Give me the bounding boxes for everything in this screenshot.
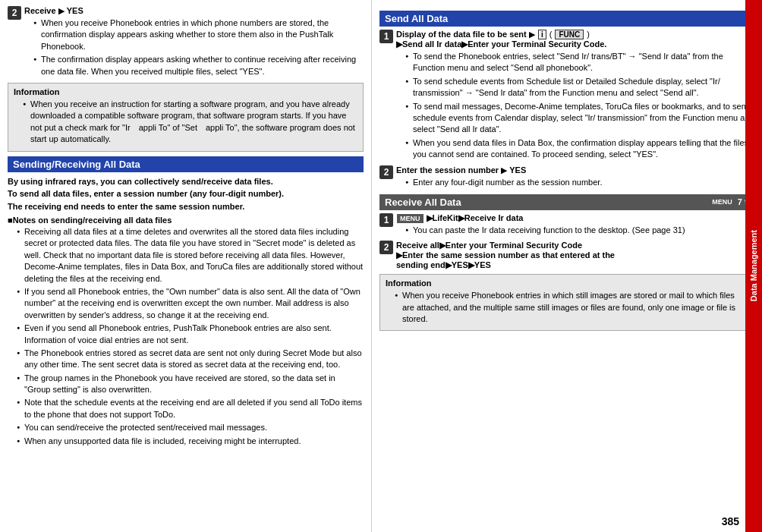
step1-recv-bullet-1: You can paste the Ir data receiving func… — [405, 225, 754, 236]
send-bullet-4: When you send data files in Data Box, th… — [405, 137, 754, 161]
note-bullet-4: The Phonebook entries stored as secret d… — [17, 348, 364, 371]
step1-send-title-row: Display of the data file to be sent ▶ i … — [396, 30, 754, 39]
sending-receiving-header: Sending/Receiving All Data — [8, 156, 364, 172]
intro-line3: The receiving end needs to enter the sam… — [8, 202, 244, 211]
intro-line2: To send all data files, enter a session … — [8, 189, 284, 198]
note-bullet-1: Receiving all data files at a time delet… — [17, 226, 364, 285]
step2-bullet-2: The confirmation display appears asking … — [33, 54, 364, 77]
step2-send-arrow: ▶ — [501, 165, 507, 175]
step2-recv-block: 2 Receive all▶Enter your Terminal Securi… — [379, 241, 754, 270]
step2-send-block: 2 Enter the session number ▶ YES Enter a… — [379, 165, 754, 190]
menu-badge-group: MENU 7 9 — [708, 197, 749, 206]
step1-send-title: Display of the data file to be sent — [396, 30, 527, 39]
step1-recv-block: 1 MENU ▶LifeKit▶Receive Ir data You can … — [379, 213, 754, 238]
i-key-icon: i — [538, 30, 546, 39]
send-bullet-2: To send schedule events from Schedule li… — [405, 76, 754, 99]
step2-receive-block: 2 Receive ▶ YES When you receive Phonebo… — [8, 6, 364, 79]
note-bullet-7: You can send/receive the protected sent/… — [17, 422, 364, 433]
recv-info-bullet-1: When you receive Phonebook entries in wh… — [395, 290, 748, 325]
func-key: FUNC — [555, 30, 584, 39]
step2-circle: 2 — [8, 6, 21, 20]
note-bullet-8: When any unsupported data file is includ… — [17, 436, 364, 447]
info-box-right: Information When you receive Phonebook e… — [379, 274, 754, 331]
step1-send-bullets: To send the Phonebook entries, select "S… — [396, 51, 754, 161]
menu-key-badge: MENU — [709, 197, 735, 206]
step1-recv-bullets: You can paste the Ir data receiving func… — [396, 225, 754, 236]
receive-all-data-header: Receive All Data MENU 7 9 — [379, 194, 754, 210]
step2-recv-title: Receive all▶Enter your Terminal Security… — [396, 241, 754, 270]
info-box-title-right: Information — [386, 279, 748, 288]
step2-bullets: When you receive Phonebook entries in wh… — [24, 17, 364, 77]
step2-send-bullets: Enter any four-digit number as the sessi… — [396, 177, 754, 188]
step1-send-arrow1: ▶ — [529, 30, 535, 39]
step2-send-yes: YES — [509, 165, 526, 175]
info-bullet-1: When you receive an instruction for star… — [23, 99, 357, 146]
note-bullet-2: If you send all Phonebook entries, the "… — [17, 286, 364, 321]
step2-send-content: Enter the session number ▶ YES Enter any… — [396, 165, 754, 190]
menu-key-recv: MENU — [397, 214, 424, 223]
step2-yes: YES — [67, 6, 83, 15]
vertical-tab-text: Data Management — [749, 230, 758, 301]
step1-send-circle: 1 — [379, 30, 393, 43]
step2-arrow: ▶ — [58, 6, 65, 15]
section-intro: By using infrared rays, you can collecti… — [8, 175, 364, 213]
step2-send-bullet-1: Enter any four-digit number as the sessi… — [405, 177, 754, 188]
step2-recv-circle: 2 — [379, 241, 393, 254]
step1-recv-title-row: MENU ▶LifeKit▶Receive Ir data — [396, 213, 754, 223]
info-box-bullets-left: When you receive an instruction for star… — [14, 99, 357, 146]
step1-recv-content: MENU ▶LifeKit▶Receive Ir data You can pa… — [396, 213, 754, 238]
note-bullet-3: Even if you send all Phonebook entries, … — [17, 323, 364, 346]
vertical-tab: Data Management — [745, 0, 762, 532]
step1-send-content: Display of the data file to be sent ▶ i … — [396, 30, 754, 162]
page-number: 385 — [722, 515, 739, 527]
notes-heading: ■Notes on sending/receiving all data fil… — [8, 216, 364, 225]
step2-content: Receive ▶ YES When you receive Phonebook… — [24, 6, 364, 79]
step1-recv-circle: 1 — [379, 213, 393, 227]
receive-all-data-title: Receive All Data — [385, 197, 461, 208]
step1-recv-title: ▶LifeKit▶Receive Ir data — [427, 213, 524, 222]
step2-bullet-1: When you receive Phonebook entries in wh… — [33, 17, 364, 52]
send-bullet-3: To send mail messages, Decome-Anime temp… — [405, 101, 754, 136]
step2-recv-content: Receive all▶Enter your Terminal Security… — [396, 241, 754, 270]
info-box-left: Information When you receive an instruct… — [8, 83, 364, 152]
step1-send-block: 1 Display of the data file to be sent ▶ … — [379, 30, 754, 162]
note-bullet-6: Note that the schedule events at the rec… — [17, 397, 364, 420]
send-bullet-1: To send the Phonebook entries, select "S… — [405, 51, 754, 74]
step2-send-circle: 2 — [379, 165, 393, 179]
step2-title: Receive — [24, 6, 56, 15]
paren-open: ( — [549, 30, 553, 39]
note-bullet-5: The group names in the Phonebook you hav… — [17, 373, 364, 396]
paren-close: ) — [587, 30, 590, 39]
step2-send-title: Enter the session number — [396, 165, 499, 175]
right-column: Send All Data 1 Display of the data file… — [372, 0, 762, 532]
info-box-bullets-right: When you receive Phonebook entries in wh… — [386, 290, 748, 325]
left-column: 2 Receive ▶ YES When you receive Phonebo… — [0, 0, 372, 532]
info-box-title-left: Information — [14, 87, 357, 96]
notes-bullets: Receiving all data files at a time delet… — [8, 226, 364, 447]
send-all-data-header: Send All Data — [379, 11, 754, 27]
intro-line1: By using infrared rays, you can collecti… — [8, 177, 273, 186]
step1-send-subtitle: ▶Send all Ir data▶Enter your Terminal Se… — [396, 39, 754, 49]
step2-send-title-row: Enter the session number ▶ YES — [396, 165, 754, 175]
